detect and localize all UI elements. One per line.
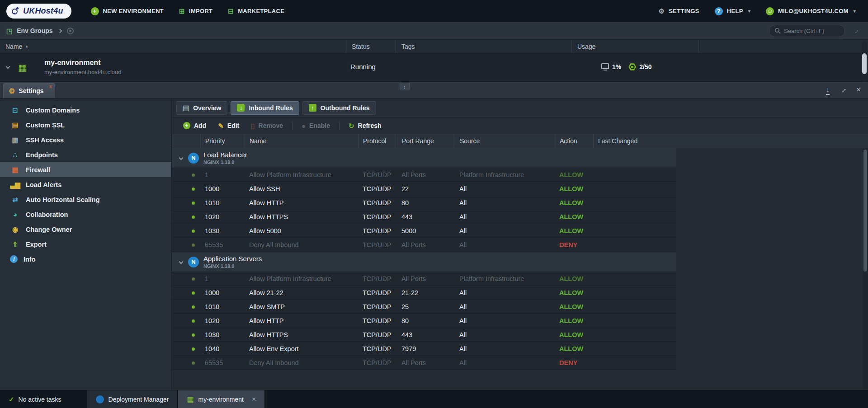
sidebar-item-firewall[interactable]: ▦Firewall — [0, 162, 171, 177]
app-window: UKHost4u +NEW ENVIRONMENT⊞IMPORT⊟MARKETP… — [0, 0, 868, 408]
environment-icon: ▦ — [18, 62, 27, 73]
rule-priority: 1000 — [200, 289, 245, 296]
rule-priority: 1020 — [200, 317, 245, 324]
rule-row[interactable]: 1010Allow SMTPTCP/UDP25AllALLOW — [172, 300, 676, 314]
rule-status-cell — [172, 174, 200, 177]
button-label: HELP — [727, 8, 743, 14]
node-group-load-balancer[interactable]: NLoad BalancerNGINX 1.18.0 — [172, 148, 676, 168]
tab-outbound-rules[interactable]: ↑Outbound Rules — [302, 101, 376, 115]
topbar-settings-button[interactable]: ⚙SETTINGS — [651, 0, 707, 22]
rule-enabled-dot — [192, 305, 195, 309]
topbar-new-environment-button[interactable]: +NEW ENVIRONMENT — [83, 0, 172, 22]
rule-port-range: 22 — [397, 185, 455, 192]
rule-row[interactable]: 1Allow Platform InfrastructureTCP/UDPAll… — [172, 168, 676, 182]
collaboration-icon: ◕ — [10, 211, 20, 218]
rule-row[interactable]: 65535Deny All InboundTCP/UDPAll PortsAll… — [172, 356, 676, 370]
settings-gear-icon: ⚙ — [659, 8, 665, 14]
collapse-icon[interactable] — [179, 260, 184, 264]
column-header-usage[interactable]: Usage — [571, 40, 595, 53]
rule-protocol: TCP/UDP — [358, 185, 397, 192]
collapse-icon[interactable] — [179, 156, 184, 160]
search-input[interactable] — [784, 28, 840, 34]
rule-row[interactable]: 1040Allow Env ExportTCP/UDP7979AllALLOW — [172, 342, 676, 356]
tab-label: Overview — [193, 104, 221, 112]
refresh-button[interactable]: ↻Refresh — [343, 120, 387, 132]
rules-scrollbar[interactable] — [863, 148, 868, 390]
rule-row[interactable]: 1020Allow HTTPTCP/UDP80AllALLOW — [172, 314, 676, 328]
close-panel-icon[interactable]: × — [857, 86, 861, 94]
topbar-help-button[interactable]: ?HELP▾ — [707, 0, 758, 22]
sidebar-item-info[interactable]: iInfo — [0, 252, 171, 267]
column-header-tags[interactable]: Tags — [396, 40, 415, 53]
column-header-status[interactable]: Status — [346, 40, 370, 53]
settings-panel-tab[interactable]: ⚙ Settings × — [3, 83, 55, 98]
rule-row[interactable]: 1000Allow SSHTCP/UDP22AllALLOW — [172, 182, 676, 196]
edit-button[interactable]: ✎Edit — [212, 120, 245, 132]
auto-horizontal-scaling-icon: ⇄ — [10, 196, 20, 203]
rule-name: Allow HTTPS — [245, 213, 358, 220]
rule-port-range: All Ports — [397, 359, 455, 366]
topbar-import-button[interactable]: ⊞IMPORT — [171, 0, 220, 22]
rule-status-cell — [172, 333, 200, 337]
collapse-environment-icon[interactable] — [6, 65, 10, 69]
close-tab-icon[interactable]: × — [49, 84, 52, 90]
rule-protocol: TCP/UDP — [358, 331, 397, 338]
rule-row[interactable]: 1020Allow HTTPSTCP/UDP443AllALLOW — [172, 210, 676, 224]
environment-row[interactable]: ▦ my-environment my-environment.host4u.c… — [0, 53, 868, 82]
scrollbar-thumb[interactable] — [863, 150, 867, 272]
sidebar-item-ssh-access[interactable]: ▥SSH Access — [0, 132, 171, 147]
rule-port-range: All Ports — [397, 241, 455, 249]
topbar-milo-ukhost4u-com-button[interactable]: ☺MILO@UKHOST4U.COM▾ — [758, 0, 863, 22]
rule-row[interactable]: 1030Allow HTTPSTCP/UDP443AllALLOW — [172, 328, 676, 342]
node-group-stack: NGINX 1.18.0 — [203, 263, 262, 269]
sidebar-item-change-owner[interactable]: ◉Change Owner — [0, 222, 171, 237]
rule-row[interactable]: 1Allow Platform InfrastructureTCP/UDPAll… — [172, 272, 676, 286]
tab-overview[interactable]: ▤Overview — [176, 101, 227, 115]
sidebar-item-custom-domains[interactable]: ⊡Custom Domains — [0, 103, 171, 117]
scrollbar-thumb[interactable] — [862, 53, 867, 74]
add-button[interactable]: +Add — [177, 120, 212, 132]
sidebar-item-auto-horizontal-scaling[interactable]: ⇄Auto Horizontal Scaling — [0, 192, 171, 207]
env-list-scrollbar[interactable] — [862, 40, 867, 82]
rule-row[interactable]: 1010Allow HTTPTCP/UDP80AllALLOW — [172, 196, 676, 210]
close-tab-icon[interactable]: × — [252, 395, 256, 403]
rule-name: Allow HTTP — [245, 317, 358, 324]
maximize-panel-icon[interactable]: ↔ — [838, 84, 849, 95]
topbar-marketplace-button[interactable]: ⊟MARKETPLACE — [220, 0, 292, 22]
sidebar-item-label: Custom SSL — [26, 122, 65, 129]
panel-resize-handle[interactable]: ↕ — [400, 83, 410, 90]
enable-button[interactable]: ●Enable — [296, 120, 336, 132]
taskbar-tab-deployment-manager[interactable]: Deployment Manager — [87, 390, 178, 408]
rule-row[interactable]: 1000Allow 21-22TCP/UDP21-22AllALLOW — [172, 286, 676, 300]
topbar-menu: +NEW ENVIRONMENT⊞IMPORT⊟MARKETPLACE — [83, 0, 292, 22]
search-icon — [774, 28, 781, 34]
sidebar-item-endpoints[interactable]: ∴Endpoints — [0, 147, 171, 162]
sidebar-item-load-alerts[interactable]: ▃▆Load Alerts — [0, 177, 171, 192]
rules-toolbar: +Add✎Edit▯Remove●Enable↻Refresh — [172, 117, 868, 134]
environment-usage[interactable]: 1% 2/50 — [601, 63, 651, 70]
taskbar-tab-my-environment[interactable]: ▦my-environment× — [178, 390, 265, 408]
rule-port-range: 443 — [397, 213, 455, 220]
remove-button[interactable]: ▯Remove — [245, 120, 289, 132]
rule-row[interactable]: 65535Deny All InboundTCP/UDPAll PortsAll… — [172, 238, 676, 252]
sidebar-item-export[interactable]: ⇧Export — [0, 237, 171, 252]
refresh-icon: ↻ — [349, 122, 354, 129]
expand-search-icon[interactable]: ↔ — [852, 26, 861, 35]
column-header-lead — [172, 134, 200, 148]
environment-domain-link[interactable]: my-environment.host4u.cloud — [44, 69, 122, 75]
rule-protocol: TCP/UDP — [358, 199, 397, 206]
env-groups-button[interactable]: ◳ Env Groups — [6, 27, 53, 34]
ukhost4u-logo[interactable]: UKHost4u — [6, 4, 71, 19]
download-icon[interactable]: ↓ — [826, 86, 830, 94]
column-header-name[interactable]: Name ▲ — [0, 40, 28, 53]
rule-row[interactable]: 1030Allow 5000TCP/UDP5000AllALLOW — [172, 224, 676, 238]
sidebar-item-custom-ssl[interactable]: ▤Custom SSL — [0, 117, 171, 132]
node-group-application-servers[interactable]: NApplication ServersNGINX 1.18.0 — [172, 252, 676, 272]
rule-port-range: 7979 — [397, 345, 455, 352]
sidebar-item-collaboration[interactable]: ◕Collaboration — [0, 207, 171, 222]
rule-protocol: TCP/UDP — [358, 303, 397, 310]
search-box[interactable] — [769, 25, 845, 37]
tab-inbound-rules[interactable]: ↓Inbound Rules — [231, 101, 299, 115]
marketplace-icon: ⊟ — [228, 8, 234, 14]
breadcrumb-node-icon[interactable] — [67, 28, 74, 34]
